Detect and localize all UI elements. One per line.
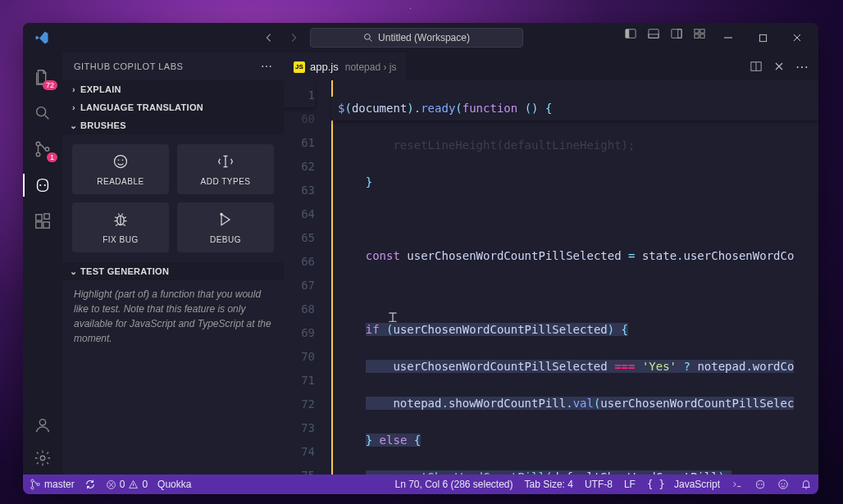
svg-rect-9 xyxy=(695,34,699,38)
text-cursor-icon: Ꮖ xyxy=(389,310,398,325)
svg-rect-18 xyxy=(36,215,42,220)
brush-add-types[interactable]: ADD TYPES xyxy=(177,144,274,194)
svg-point-36 xyxy=(779,480,788,489)
settings-gear-icon[interactable] xyxy=(23,442,62,474)
svg-rect-20 xyxy=(43,222,49,228)
brush-debug[interactable]: DEBUG xyxy=(177,202,274,252)
vscode-logo-icon xyxy=(28,30,56,45)
svg-point-0 xyxy=(365,34,371,40)
svg-point-32 xyxy=(37,483,39,485)
tab-more-icon[interactable]: ⋯ xyxy=(792,57,812,76)
section-translation[interactable]: ›LANGUAGE TRANSLATION xyxy=(62,98,284,116)
minimize-button[interactable] xyxy=(712,23,745,52)
svg-rect-6 xyxy=(678,30,681,39)
layout-secondary-sidebar-icon[interactable] xyxy=(666,23,687,44)
customize-layout-icon[interactable] xyxy=(689,23,710,44)
status-quokka[interactable]: Quokka xyxy=(157,479,191,490)
source-control-icon[interactable]: 1 xyxy=(23,131,62,167)
split-editor-icon[interactable] xyxy=(746,57,766,76)
section-testgen[interactable]: ⌄TEST GENERATION xyxy=(62,262,284,280)
svg-rect-2 xyxy=(626,30,629,39)
svg-point-23 xyxy=(40,456,45,461)
svg-point-16 xyxy=(39,184,41,186)
bug-icon xyxy=(112,211,129,229)
svg-rect-11 xyxy=(759,34,766,41)
svg-point-34 xyxy=(759,484,759,484)
js-file-icon: JS xyxy=(294,61,305,73)
explorer-badge: 72 xyxy=(43,80,57,90)
svg-rect-3 xyxy=(649,30,658,39)
status-feedback-icon[interactable] xyxy=(777,479,789,490)
text-cursor-icon xyxy=(217,152,234,170)
testgen-description: Highlight (part of) a function that you … xyxy=(62,280,284,357)
search-icon xyxy=(363,33,373,43)
status-sync[interactable] xyxy=(84,479,96,490)
maximize-button[interactable] xyxy=(746,23,779,52)
svg-point-30 xyxy=(31,479,34,482)
sidebar-title: GITHUB COPILOT LABS ⋯ xyxy=(62,52,284,80)
code-editor[interactable]: 1 60 61 62 63 64 65 66 67 68 69 70 71 72… xyxy=(284,80,818,474)
svg-rect-10 xyxy=(700,34,704,38)
svg-point-25 xyxy=(118,160,120,161)
status-bar: master 0 0 Quokka Ln 70, Col 6 (286 sele… xyxy=(23,474,818,494)
breakpoint-icon xyxy=(217,211,234,229)
tab-path: notepad › js xyxy=(345,61,397,73)
svg-point-35 xyxy=(761,484,762,484)
sidebar-more-icon[interactable]: ⋯ xyxy=(261,60,273,73)
nav-back-button[interactable] xyxy=(259,28,279,48)
brush-fix-bug[interactable]: FIX BUG xyxy=(72,202,169,252)
close-tab-icon[interactable] xyxy=(769,57,789,76)
editor-group: JS app.js notepad › js ⋯ 1 60 61 62 63 xyxy=(284,52,818,474)
explorer-icon[interactable]: 72 xyxy=(23,59,62,95)
section-brushes[interactable]: ⌄BRUSHES xyxy=(62,116,284,134)
line-gutter: 1 60 61 62 63 64 65 66 67 68 69 70 71 72… xyxy=(284,80,331,474)
section-explain[interactable]: ›EXPLAIN xyxy=(62,80,284,98)
svg-point-24 xyxy=(115,156,127,168)
status-problems[interactable]: 0 0 xyxy=(106,479,148,490)
svg-point-14 xyxy=(36,152,40,157)
command-center[interactable]: Untitled (Workspace) xyxy=(310,28,523,48)
svg-point-37 xyxy=(781,483,782,484)
tab-bar: JS app.js notepad › js ⋯ xyxy=(284,52,818,80)
code-content: $(document).ready(function () { resetLin… xyxy=(331,80,818,474)
status-copilot-icon[interactable] xyxy=(754,479,766,490)
layout-primary-sidebar-icon[interactable] xyxy=(620,23,641,44)
status-cursor-position[interactable]: Ln 70, Col 6 (286 selected) xyxy=(394,479,513,490)
activity-bar: 72 1 xyxy=(23,52,62,474)
smiley-icon xyxy=(112,152,129,170)
tab-app-js[interactable]: JS app.js notepad › js xyxy=(284,52,406,80)
status-language[interactable]: { } JavaScript xyxy=(647,479,720,490)
search-icon[interactable] xyxy=(23,95,62,131)
svg-point-17 xyxy=(44,184,46,186)
svg-rect-7 xyxy=(695,30,699,33)
svg-point-15 xyxy=(45,148,49,152)
brushes-grid: READABLE ADD TYPES FIX BUG DEBUG xyxy=(62,134,284,262)
status-prettier-icon[interactable] xyxy=(731,479,743,490)
brush-readable[interactable]: READABLE xyxy=(72,144,169,194)
status-bell-icon[interactable] xyxy=(800,479,812,490)
extensions-icon[interactable] xyxy=(23,203,62,239)
status-branch[interactable]: master xyxy=(30,479,75,490)
svg-rect-5 xyxy=(672,30,681,39)
sidebar: GITHUB COPILOT LABS ⋯ ›EXPLAIN ›LANGUAGE… xyxy=(62,52,284,474)
account-icon[interactable] xyxy=(23,409,62,442)
svg-point-12 xyxy=(37,107,46,116)
titlebar: Untitled (Workspace) xyxy=(23,23,818,52)
layout-panel-icon[interactable] xyxy=(643,23,664,44)
nav-forward-button[interactable] xyxy=(284,28,303,48)
vscode-window: Untitled (Workspace) 72 1 xyxy=(23,23,818,494)
status-tabsize[interactable]: Tab Size: 4 xyxy=(525,479,573,490)
status-encoding[interactable]: UTF-8 xyxy=(585,479,613,490)
svg-rect-4 xyxy=(649,34,658,38)
status-eol[interactable]: LF xyxy=(624,479,636,490)
svg-point-22 xyxy=(39,420,45,425)
scm-badge: 1 xyxy=(47,152,57,162)
svg-rect-19 xyxy=(36,222,42,228)
svg-rect-8 xyxy=(700,30,704,33)
svg-point-28 xyxy=(220,213,222,216)
svg-point-31 xyxy=(31,487,34,489)
svg-point-38 xyxy=(784,483,785,484)
close-button[interactable] xyxy=(781,23,813,52)
copilot-labs-icon[interactable] xyxy=(23,167,62,203)
svg-point-13 xyxy=(36,142,40,146)
